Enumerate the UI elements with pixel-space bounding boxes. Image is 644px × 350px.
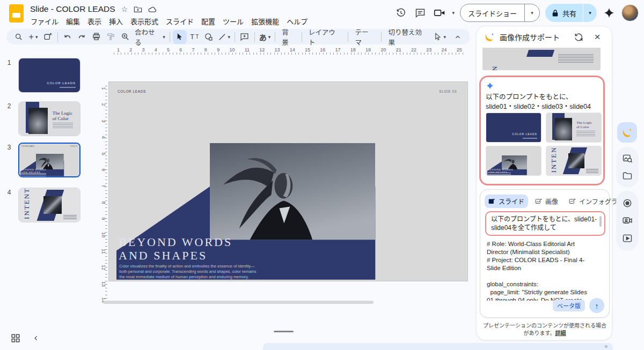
toolbar-separator [275, 32, 275, 42]
move-folder-icon[interactable] [134, 5, 142, 13]
beta-badge: ベータ版 [553, 300, 585, 311]
line-tool-icon[interactable]: ▾ [216, 30, 232, 44]
menu-view[interactable]: 表示 [84, 15, 105, 27]
new-slide-plus-button[interactable]: +▾ [26, 30, 40, 44]
select-tool-icon[interactable] [173, 30, 187, 44]
grid-view-button[interactable] [11, 333, 20, 343]
paint-format-icon[interactable] [104, 30, 118, 44]
collapse-filmstrip-button[interactable] [31, 333, 41, 343]
slideshow-caret-icon[interactable]: ▾ [524, 4, 539, 21]
rail-group-top [616, 147, 639, 188]
close-panel-icon[interactable]: × [590, 30, 604, 44]
slide-thumbnail-3-selected[interactable]: COLOR LEADS SLIDE 03 BEYOND WORDSAND SHA… [18, 143, 80, 177]
transition-button[interactable]: 切り替え効果 [384, 27, 431, 47]
rail-meet-button[interactable] [622, 215, 633, 226]
meet-camera-caret-icon[interactable]: ▾ [452, 10, 455, 16]
meet-camera-icon[interactable] [433, 6, 447, 20]
menu-help[interactable]: ヘルプ [283, 15, 311, 27]
version-history-icon[interactable] [394, 6, 408, 20]
clear-history-icon[interactable] [572, 30, 586, 44]
print-icon[interactable] [90, 30, 104, 44]
share-caret-icon[interactable]: ▾ [583, 4, 597, 22]
share-button[interactable]: 共有 ▾ [545, 4, 597, 22]
laser-pointer-tool[interactable]: ▾ [432, 30, 448, 44]
collapse-toolbar-icon[interactable] [451, 30, 465, 44]
horizontal-scrollbar[interactable] [103, 301, 374, 304]
previous-result-image[interactable]: IN [482, 48, 601, 70]
menu-file[interactable]: ファイル [27, 15, 62, 27]
background-button[interactable]: 背景 [278, 27, 299, 47]
menu-extensions[interactable]: 拡張機能 [247, 15, 283, 27]
search-menus-icon[interactable] [12, 30, 26, 44]
slide-thumbnail-4[interactable]: INTENT [18, 188, 80, 222]
slide-header-left: COLOR LEADS [118, 90, 146, 93]
zoom-icon[interactable] [119, 30, 133, 44]
account-avatar[interactable] [621, 4, 639, 21]
toolbar-separator [254, 32, 255, 42]
fit-zoom-select[interactable]: 合わせる▾ [133, 30, 167, 44]
slideshow-button[interactable]: スライドショー ▾ [460, 4, 540, 22]
menu-bar: ファイル 編集 表示 挿入 表示形式 スライド 配置 ツール 拡張機能 ヘルプ [27, 15, 311, 27]
slideshow-label: スライドショー [460, 8, 524, 18]
slide-thumbnail-1[interactable]: COLOR LEADS [18, 58, 80, 93]
fragment-text-lines [558, 54, 594, 64]
toolbar-separator [302, 32, 302, 42]
rail-folder-button[interactable] [622, 170, 633, 181]
menu-format[interactable]: 表示形式 [127, 15, 162, 27]
gemini-sparkle-icon[interactable] [602, 6, 616, 20]
layout-button[interactable]: レイアウト [305, 27, 346, 47]
slide-title[interactable]: BEYOND WORDSAND SHAPES [119, 235, 232, 262]
details-link[interactable]: 詳細 [555, 330, 566, 336]
rail-gemini-button[interactable] [617, 122, 637, 143]
prompt-message-card[interactable]: 以下のプロンプトをもとに、slide01・slide02・slide03・sli… [479, 76, 605, 185]
menu-tools[interactable]: ツール [219, 15, 247, 27]
speaker-notes-bar[interactable] [263, 343, 613, 350]
generated-slide-2[interactable]: The Logicof Color [546, 113, 602, 143]
comments-icon[interactable] [413, 6, 427, 20]
slide2-preview: The Logicof Color [19, 102, 80, 136]
slide-number: 4 [0, 188, 18, 222]
tab-infographic[interactable]: インフォグラ [565, 195, 621, 208]
cloud-status-icon[interactable] [148, 6, 157, 13]
slides-app-icon[interactable] [9, 4, 24, 23]
horizontal-ruler[interactable]: 1234567891011121314151617181920212223242… [114, 47, 465, 55]
star-icon[interactable]: ☆ [121, 5, 128, 13]
furigana-tool[interactable]: あ▾ [258, 30, 272, 44]
tab-image[interactable]: 画像 [531, 195, 562, 208]
insert-comment-icon[interactable] [238, 30, 252, 44]
redo-icon[interactable] [75, 30, 89, 44]
slide4-preview: INTENT [19, 188, 80, 222]
rail-record-button[interactable] [622, 198, 633, 208]
text-box-tool-icon[interactable]: TT [187, 30, 201, 44]
menu-arrange[interactable]: 配置 [197, 15, 219, 27]
prompt-detail-text[interactable]: # Role: World-Class Editorial Art Direct… [487, 240, 604, 301]
new-slide-layout-icon[interactable] [41, 30, 55, 44]
slide-photo[interactable] [210, 143, 376, 240]
send-button[interactable]: ↑ [589, 298, 604, 313]
shape-tool-icon[interactable] [202, 30, 216, 44]
slide-canvas[interactable]: COLOR LEADS SLIDE 03 BEYOND WORDSAND SHA… [108, 81, 468, 281]
generated-slide-4[interactable]: INTENT [546, 146, 602, 176]
menu-insert[interactable]: 挿入 [105, 15, 127, 27]
fit-caret-icon: ▾ [163, 34, 165, 40]
generated-slide-3[interactable]: BEYOND WORDSAND SHAPES [486, 146, 541, 176]
pointer-caret-icon: ▾ [443, 34, 446, 40]
document-title[interactable]: Slide - COLOR LEADS [30, 4, 115, 14]
notes-resize-handle[interactable] [274, 331, 294, 332]
slide1-subtitle-line [523, 138, 537, 139]
slide-tab-icon [488, 198, 496, 205]
vertical-ruler[interactable]: 1234567891011121314 [100, 86, 107, 303]
rail-image-search-button[interactable] [622, 153, 633, 164]
menu-edit[interactable]: 編集 [62, 15, 84, 27]
undo-icon[interactable] [61, 30, 75, 44]
highlighted-prompt-input[interactable]: 以下のプロンプトをもとに、slide01-slide04を全て作成して [485, 211, 605, 236]
theme-button[interactable]: テーマ [351, 27, 378, 47]
slide-body-text[interactable]: Color visualizes the finality of action … [119, 264, 256, 279]
lock-icon [552, 9, 559, 17]
input-scrollbar[interactable] [599, 216, 602, 227]
tab-slide[interactable]: スライド [485, 195, 528, 208]
rail-play-button[interactable] [622, 233, 633, 244]
generated-slide-1[interactable]: COLOR LEADS [486, 113, 541, 143]
menu-slide[interactable]: スライド [162, 15, 197, 27]
slide-thumbnail-2[interactable]: The Logicof Color [18, 101, 80, 136]
